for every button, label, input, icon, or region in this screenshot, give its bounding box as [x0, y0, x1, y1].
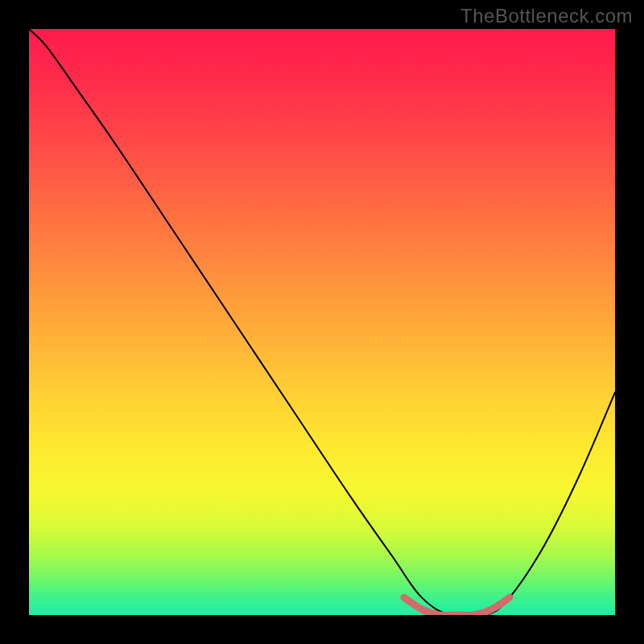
watermark-text: TheBottleneck.com — [460, 5, 633, 27]
chart-container: TheBottleneck.com — [0, 0, 644, 644]
series-bottleneck-curve — [29, 29, 615, 615]
curves-layer — [29, 29, 615, 615]
plot-area — [29, 29, 615, 615]
